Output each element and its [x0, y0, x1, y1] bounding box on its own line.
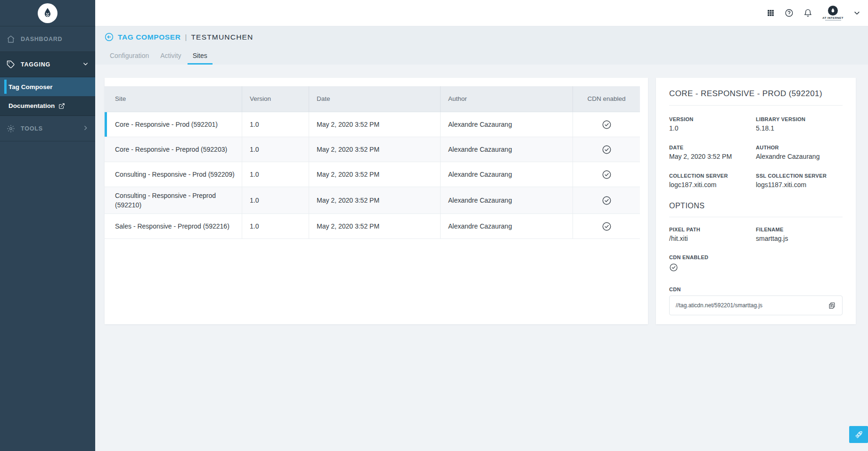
- cell-date: May 2, 2020 3:52 PM: [309, 137, 440, 162]
- launch-rocket-button[interactable]: [849, 426, 868, 443]
- sidebar-item-label: Documentation: [8, 102, 55, 109]
- cell-site: Consulting - Responsive - Prod (592209): [105, 162, 242, 187]
- cdn-enabled-check-icon: [602, 221, 612, 231]
- cell-date: May 2, 2020 3:52 PM: [309, 112, 440, 137]
- cdn-enabled-check-icon: [669, 263, 678, 272]
- cdn-enabled-check-icon: [602, 145, 612, 155]
- field-ssl-collection-server: SSL COLLECTION SERVER logs1187.xiti.com: [756, 173, 843, 189]
- cdn-enabled-check-icon: [602, 120, 612, 130]
- sidebar-item-documentation[interactable]: Documentation: [0, 96, 95, 116]
- field-cdn-enabled: CDN ENABLED: [669, 254, 843, 274]
- cell-author: Alexandre Cazaurang: [440, 187, 573, 213]
- field-library-version: LIBRARY VERSION 5.18.1: [756, 116, 843, 132]
- field-pixel-path: PIXEL PATH /hit.xiti: [669, 227, 756, 242]
- page-header: TAG COMPOSER | TESTMUNCHEN Configuration…: [95, 26, 868, 65]
- cell-date: May 2, 2020 3:52 PM: [309, 162, 440, 187]
- cell-author: Alexandre Cazaurang: [440, 137, 573, 162]
- column-header-version[interactable]: Version: [242, 86, 309, 112]
- detail-fields: VERSION 1.0 LIBRARY VERSION 5.18.1 DATE …: [669, 116, 843, 189]
- field-author: AUTHOR Alexandre Cazaurang: [756, 145, 843, 160]
- sidebar-item-label: Tag Composer: [8, 83, 53, 90]
- copy-icon[interactable]: [828, 302, 836, 310]
- account-chevron-down-icon[interactable]: [853, 9, 860, 16]
- apps-grid-icon[interactable]: [767, 9, 775, 17]
- field-cdn: CDN //tag.aticdn.net/592201/smarttag.js: [669, 287, 843, 315]
- cdn-url-value: //tag.aticdn.net/592201/smarttag.js: [676, 302, 762, 309]
- gear-icon: [6, 124, 16, 133]
- chevron-down-icon: [82, 60, 89, 69]
- sidebar-nav: DASHBOARD TAGGING: [0, 26, 95, 141]
- back-circle-icon[interactable]: [105, 33, 114, 41]
- column-header-cdn-enabled[interactable]: CDN enabled: [573, 86, 640, 112]
- sidebar-item-tag-composer[interactable]: Tag Composer: [0, 77, 95, 96]
- account-tagline: [825, 20, 841, 21]
- topbar: AT INTERNET: [95, 0, 868, 26]
- cell-version: 1.0: [242, 214, 309, 238]
- help-icon[interactable]: [785, 8, 794, 17]
- page-title: TESTMUNCHEN: [191, 33, 253, 41]
- cell-author: Alexandre Cazaurang: [440, 162, 573, 187]
- table-row[interactable]: Core - Responsive - Prod (592201) 1.0 Ma…: [105, 112, 640, 137]
- sidebar-item-tagging[interactable]: TAGGING: [0, 52, 95, 77]
- main-area: AT INTERNET TAG COMPOSER | TESTMU: [95, 0, 868, 451]
- cdn-enabled-check-icon: [602, 196, 612, 205]
- sidebar-item-label: DASHBOARD: [21, 36, 62, 42]
- external-link-icon: [58, 103, 65, 109]
- account-logo-icon: [828, 6, 838, 16]
- app-root: DASHBOARD TAGGING: [0, 0, 868, 451]
- table-row[interactable]: Consulting - Responsive - Preprod (59221…: [105, 187, 640, 214]
- tab-activity[interactable]: Activity: [155, 49, 186, 65]
- field-version: VERSION 1.0: [669, 116, 756, 132]
- cell-site: Core - Responsive - Preprod (592203): [105, 137, 242, 162]
- cell-site: Core - Responsive - Prod (592201): [105, 112, 242, 137]
- divider: [669, 105, 843, 106]
- column-header-date[interactable]: Date: [309, 86, 440, 112]
- cdn-enabled-check-icon: [602, 170, 612, 180]
- cdn-url-field[interactable]: //tag.aticdn.net/592201/smarttag.js: [669, 295, 843, 315]
- column-header-site[interactable]: Site: [105, 86, 242, 112]
- cell-version: 1.0: [242, 137, 309, 162]
- sites-table: Site Version Date Author CDN enabled Cor…: [105, 86, 640, 239]
- column-header-author[interactable]: Author: [440, 86, 573, 112]
- account-label: AT INTERNET: [822, 16, 843, 19]
- options-fields: PIXEL PATH /hit.xiti FILENAME smarttag.j…: [669, 227, 843, 242]
- account-menu[interactable]: AT INTERNET: [822, 6, 843, 21]
- cell-author: Alexandre Cazaurang: [440, 214, 573, 238]
- detail-title: CORE - RESPONSIVE - PROD (592201): [669, 89, 843, 98]
- tab-configuration[interactable]: Configuration: [105, 49, 154, 65]
- table-row[interactable]: Core - Responsive - Preprod (592203) 1.0…: [105, 137, 640, 162]
- notifications-bell-icon[interactable]: [803, 8, 812, 17]
- cell-date: May 2, 2020 3:52 PM: [309, 214, 440, 238]
- sidebar: DASHBOARD TAGGING: [0, 0, 95, 451]
- table-row[interactable]: Sales - Responsive - Preprod (592216) 1.…: [105, 214, 640, 239]
- table-header-row: Site Version Date Author CDN enabled: [105, 86, 640, 112]
- cell-site: Consulting - Responsive - Preprod (59221…: [105, 187, 242, 213]
- sidebar-item-tools[interactable]: TOOLS: [0, 116, 95, 141]
- tag-icon: [6, 60, 16, 69]
- cell-date: May 2, 2020 3:52 PM: [309, 187, 440, 213]
- tab-bar: Configuration Activity Sites: [105, 49, 868, 65]
- cell-author: Alexandre Cazaurang: [440, 112, 573, 137]
- field-collection-server: COLLECTION SERVER logc187.xiti.com: [669, 173, 756, 189]
- site-detail-panel: CORE - RESPONSIVE - PROD (592201) VERSIO…: [656, 78, 856, 324]
- brand-logo[interactable]: [0, 0, 95, 26]
- home-icon: [6, 34, 16, 44]
- chevron-right-icon: [82, 124, 89, 133]
- sidebar-item-label: TAGGING: [21, 61, 50, 68]
- cell-version: 1.0: [242, 112, 309, 137]
- sidebar-item-dashboard[interactable]: DASHBOARD: [0, 26, 95, 52]
- divider: [669, 217, 843, 217]
- table-row[interactable]: Consulting - Responsive - Prod (592209) …: [105, 162, 640, 187]
- tab-sites[interactable]: Sites: [188, 49, 213, 65]
- sites-table-panel: Site Version Date Author CDN enabled Cor…: [105, 78, 648, 324]
- app-title[interactable]: TAG COMPOSER: [118, 33, 181, 41]
- content-area: Site Version Date Author CDN enabled Cor…: [95, 65, 868, 451]
- active-indicator: [4, 80, 7, 94]
- field-date: DATE May 2, 2020 3:52 PM: [669, 145, 756, 160]
- field-filename: FILENAME smarttag.js: [756, 227, 843, 242]
- sidebar-item-label: TOOLS: [21, 125, 43, 132]
- cell-version: 1.0: [242, 187, 309, 213]
- options-heading: OPTIONS: [669, 202, 843, 210]
- breadcrumb: TAG COMPOSER | TESTMUNCHEN: [105, 33, 868, 41]
- cell-site: Sales - Responsive - Preprod (592216): [105, 214, 242, 238]
